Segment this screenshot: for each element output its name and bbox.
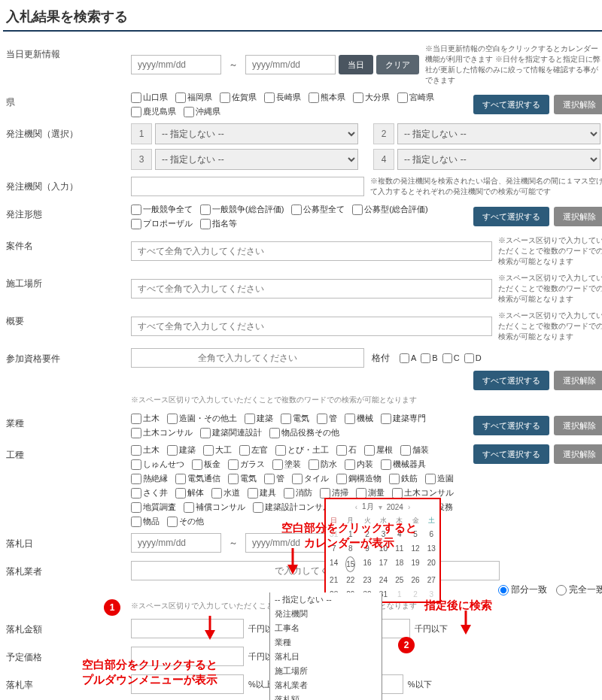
dropdown-option[interactable]: 施工場所 xyxy=(270,664,382,678)
checkbox-item[interactable]: 指名等 xyxy=(200,218,237,229)
checkbox-item[interactable]: 長崎県 xyxy=(264,92,301,103)
pref-deselect-button[interactable]: 選択解除 xyxy=(554,95,602,114)
checkbox-item[interactable]: 宮崎県 xyxy=(397,92,434,103)
worktype-deselect-button[interactable]: 選択解除 xyxy=(554,444,602,464)
checkbox-item[interactable]: 福岡県 xyxy=(175,92,212,103)
checkbox-item[interactable]: 大工 xyxy=(203,444,232,456)
checkbox-item[interactable]: 公募型(総合評価) xyxy=(352,204,427,215)
amount-from[interactable] xyxy=(131,619,244,638)
checkbox-item[interactable]: 電気 xyxy=(281,413,309,424)
dropdown-option[interactable]: 発注機関 xyxy=(270,607,382,621)
checkbox-item[interactable]: 塗装 xyxy=(272,459,301,470)
checkbox-item[interactable]: 熊本県 xyxy=(309,92,345,103)
checkbox-item[interactable]: 大分県 xyxy=(353,92,390,103)
checkbox-item[interactable]: 山口県 xyxy=(131,92,168,103)
checkbox-item[interactable]: 管 xyxy=(264,473,284,484)
winner-partial-radio[interactable]: 部分一致 xyxy=(498,583,547,596)
rate-from[interactable] xyxy=(131,674,244,694)
clear-button[interactable]: クリア xyxy=(376,55,419,74)
checkbox-item[interactable]: プロポーザル xyxy=(131,218,193,229)
checkbox-item[interactable]: 佐賀県 xyxy=(220,92,257,103)
checkbox-item[interactable]: 測量 xyxy=(356,487,385,498)
checkbox-item[interactable]: 物品役務その他 xyxy=(269,427,339,438)
checkbox-item[interactable]: 補償コンサル xyxy=(184,502,245,513)
checkbox-item[interactable]: 清掃 xyxy=(320,487,348,498)
checkbox-item[interactable]: 公募型全て xyxy=(291,204,345,215)
cal-prev-icon[interactable]: ‹ xyxy=(355,503,357,511)
checkbox-item[interactable]: 建築 xyxy=(245,413,273,424)
industry-select-all-button[interactable]: すべて選択する xyxy=(473,416,549,435)
checkbox-item[interactable]: 鉄筋 xyxy=(389,473,418,484)
dropdown-option[interactable]: 落札業者 xyxy=(270,678,382,692)
client-input[interactable] xyxy=(131,177,364,196)
client-select-4[interactable]: -- 指定しない -- xyxy=(397,149,600,170)
update-from-input[interactable] xyxy=(131,55,221,74)
summary-input[interactable] xyxy=(131,317,492,336)
checkbox-item[interactable]: 建築関連設計 xyxy=(200,427,262,438)
qualification-input[interactable] xyxy=(131,348,364,368)
bidtype-select-all-button[interactable]: すべて選択する xyxy=(473,207,549,226)
pref-select-all-button[interactable]: すべて選択する xyxy=(473,95,549,114)
location-input[interactable] xyxy=(131,279,492,298)
checkbox-item[interactable]: タイル xyxy=(292,473,329,484)
dropdown-option[interactable]: 落札日 xyxy=(270,650,382,664)
dropdown-option[interactable]: 落札額 xyxy=(270,692,382,700)
checkbox-item[interactable]: 機械 xyxy=(345,413,373,424)
award-date-from[interactable] xyxy=(131,533,221,553)
grade-checkbox[interactable]: A xyxy=(400,353,416,363)
grade-checkbox[interactable]: C xyxy=(442,353,460,363)
checkbox-item[interactable]: 建具 xyxy=(248,487,276,498)
worktype-select-all-button[interactable]: すべて選択する xyxy=(473,444,549,464)
qual-deselect-button[interactable]: 選択解除 xyxy=(554,371,602,390)
industry-deselect-button[interactable]: 選択解除 xyxy=(554,416,602,435)
dropdown-option[interactable]: 工事名 xyxy=(270,621,382,635)
qual-select-all-button[interactable]: すべて選択する xyxy=(473,371,549,390)
checkbox-item[interactable]: 左官 xyxy=(239,444,268,456)
checkbox-item[interactable]: 地質調査 xyxy=(131,502,176,513)
checkbox-item[interactable]: 解体 xyxy=(175,487,204,498)
checkbox-item[interactable]: 鹿児島県 xyxy=(131,106,176,117)
checkbox-item[interactable]: ガラス xyxy=(228,459,265,470)
checkbox-item[interactable]: 板金 xyxy=(192,459,220,470)
checkbox-item[interactable]: 一般競争(総合評価) xyxy=(200,204,284,215)
checkbox-item[interactable]: 電気通信 xyxy=(175,473,220,484)
winner-full-radio[interactable]: 完全一致 xyxy=(556,583,602,596)
checkbox-item[interactable]: しゅんせつ xyxy=(131,459,184,470)
checkbox-item[interactable]: 土木 xyxy=(131,444,160,456)
checkbox-item[interactable]: 管 xyxy=(317,413,337,424)
checkbox-item[interactable]: 造園 xyxy=(425,473,454,484)
dropdown-option[interactable]: 業種 xyxy=(270,635,382,650)
award-date-to[interactable] xyxy=(245,533,336,553)
winner-input[interactable] xyxy=(131,561,500,580)
checkbox-item[interactable]: 建築設計コンサル xyxy=(253,502,331,513)
project-name-input[interactable] xyxy=(131,241,492,261)
sort-dropdown-popup[interactable]: -- 指定しない --発注機関工事名業種落札日施工場所落札業者落札額検査日工事成… xyxy=(269,592,382,700)
checkbox-item[interactable]: 屋根 xyxy=(364,444,393,456)
checkbox-item[interactable]: 電気 xyxy=(228,473,257,484)
checkbox-item[interactable]: 消防 xyxy=(284,487,312,498)
checkbox-item[interactable]: 土木コンサル xyxy=(392,487,454,498)
checkbox-item[interactable]: その他 xyxy=(167,516,204,527)
client-select-1[interactable]: -- 指定しない -- xyxy=(155,123,358,144)
dropdown-option[interactable]: -- 指定しない -- xyxy=(270,592,382,607)
grade-checkbox[interactable]: D xyxy=(464,353,482,363)
checkbox-item[interactable]: さく井 xyxy=(131,487,168,498)
checkbox-item[interactable]: 建築専門 xyxy=(381,413,426,424)
checkbox-item[interactable]: 造園・その他土 xyxy=(167,413,237,424)
calendar-popup[interactable]: ‹ 1月 ▾ 2024 › 日月火水木金土3112345678910111213… xyxy=(324,498,441,603)
checkbox-item[interactable]: 舗装 xyxy=(400,444,429,456)
checkbox-item[interactable]: 石 xyxy=(336,444,357,456)
checkbox-item[interactable]: 水道 xyxy=(211,487,240,498)
checkbox-item[interactable]: 熱絶縁 xyxy=(131,473,168,484)
checkbox-item[interactable]: 土木 xyxy=(131,413,160,424)
today-button[interactable]: 当日 xyxy=(339,55,373,74)
update-to-input[interactable] xyxy=(245,55,336,74)
checkbox-item[interactable]: 建築 xyxy=(167,444,196,456)
checkbox-item[interactable]: とび・土工 xyxy=(275,444,329,456)
grade-checkbox[interactable]: B xyxy=(421,353,437,363)
est-price-from[interactable] xyxy=(131,647,244,666)
checkbox-item[interactable]: 土木コンサル xyxy=(131,427,193,438)
checkbox-item[interactable]: 防水 xyxy=(309,459,337,470)
checkbox-item[interactable]: 鋼構造物 xyxy=(336,473,382,484)
client-select-3[interactable]: -- 指定しない -- xyxy=(155,149,358,170)
